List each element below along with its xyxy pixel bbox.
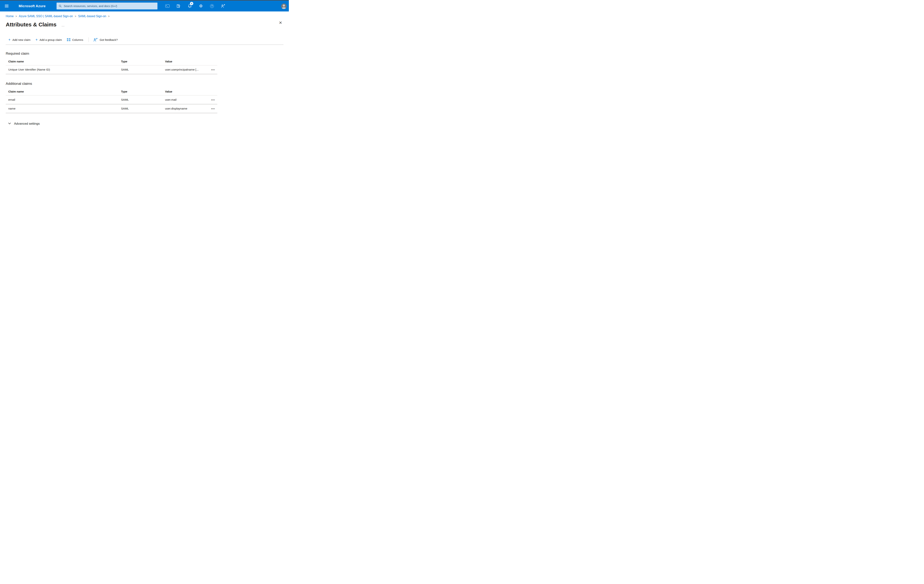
topbar: Microsoft Azure >_ 6 <box>0 0 289 12</box>
claim-value-cell: user.userprincipalname [... <box>165 68 209 71</box>
page-title: Attributes & Claims <box>6 21 56 28</box>
row-menu-button[interactable]: ••• <box>211 107 216 111</box>
column-header-claim-name: Claim name <box>8 60 121 63</box>
claim-type-cell: SAML <box>121 68 165 71</box>
person-feedback-icon <box>93 38 98 42</box>
help-button[interactable]: ? <box>208 0 216 12</box>
plus-icon: + <box>8 38 10 41</box>
breadcrumb-home[interactable]: Home <box>6 15 14 18</box>
azure-portal-page: Microsoft Azure >_ 6 <box>0 0 289 146</box>
notifications-button[interactable]: 6 <box>186 0 193 12</box>
required-claim-heading: Required claim <box>6 51 283 56</box>
got-feedback-button[interactable]: Got feedback? <box>93 38 118 42</box>
feedback-button[interactable] <box>219 0 227 12</box>
terminal-icon: >_ <box>165 5 170 8</box>
breadcrumb-separator: > <box>15 15 17 18</box>
blade-content: Home > Azure SAML SSO | SAML-based Sign-… <box>0 12 289 126</box>
additional-claims-table: Claim name Type Value email SAML user.ma… <box>6 87 217 113</box>
add-group-claim-button[interactable]: + Add a group claim <box>35 38 62 41</box>
avatar-body <box>282 7 286 9</box>
title-overflow-button[interactable]: … <box>61 24 65 27</box>
column-header-claim-name: Claim name <box>8 90 121 93</box>
cloud-shell-button[interactable]: >_ <box>164 0 171 12</box>
avatar[interactable] <box>281 3 287 9</box>
claim-value-cell: user.mail <box>165 98 209 101</box>
column-header-type: Type <box>121 90 165 93</box>
notification-badge: 6 <box>190 2 193 5</box>
got-feedback-label: Got feedback? <box>100 38 118 41</box>
columns-button[interactable]: Columns <box>67 38 83 41</box>
filter-icon <box>177 4 181 8</box>
row-menu-button[interactable]: ••• <box>211 68 216 72</box>
global-search[interactable] <box>56 3 157 10</box>
brand-title: Microsoft Azure <box>19 0 46 12</box>
table-row[interactable]: name SAML user.displayname ••• <box>6 104 217 113</box>
columns-icon <box>67 38 70 41</box>
breadcrumb-app-sso[interactable]: Azure SAML SSO | SAML-based Sign-on <box>19 15 73 18</box>
row-menu-button[interactable]: ••• <box>211 98 216 102</box>
add-group-claim-label: Add a group claim <box>40 38 62 41</box>
claim-value-cell: user.displayname <box>165 107 209 110</box>
person-feedback-icon <box>221 4 225 8</box>
add-new-claim-label: Add new claim <box>12 38 30 41</box>
directory-filter-button[interactable] <box>175 0 182 12</box>
claim-type-cell: SAML <box>121 107 165 110</box>
claim-type-cell: SAML <box>121 98 165 101</box>
settings-button[interactable]: ⚙ <box>197 0 205 12</box>
add-new-claim-button[interactable]: + Add new claim <box>8 38 30 41</box>
columns-label: Columns <box>72 38 83 41</box>
toolbar-separator <box>6 44 284 45</box>
command-bar: + Add new claim + Add a group claim Colu… <box>6 37 283 42</box>
hamburger-icon <box>5 5 9 5</box>
avatar-head <box>283 5 285 7</box>
required-claim-section: Required claim Claim name Type Value Uni… <box>6 51 283 74</box>
breadcrumb-separator: > <box>108 15 110 18</box>
column-header-value: Value <box>165 60 209 63</box>
claim-name-cell: email <box>8 98 121 101</box>
column-header-value: Value <box>165 90 209 93</box>
claim-name-cell: name <box>8 107 121 110</box>
breadcrumb: Home > Azure SAML SSO | SAML-based Sign-… <box>6 15 283 18</box>
table-row[interactable]: Unique User Identifier (Name ID) SAML us… <box>6 66 217 74</box>
title-row: Attributes & Claims … × <box>6 20 283 29</box>
table-row[interactable]: email SAML user.mail ••• <box>6 95 217 104</box>
gear-icon: ⚙ <box>199 4 203 8</box>
table-header-row: Claim name Type Value <box>6 57 217 66</box>
plus-icon: + <box>35 38 38 41</box>
breadcrumb-saml-signon[interactable]: SAML-based Sign-on <box>78 15 106 18</box>
additional-claims-heading: Additional claims <box>6 82 283 86</box>
menu-button[interactable] <box>4 0 10 12</box>
claim-name-cell: Unique User Identifier (Name ID) <box>8 68 121 71</box>
additional-claims-section: Additional claims Claim name Type Value … <box>6 82 283 113</box>
search-input[interactable] <box>63 4 156 8</box>
chevron-down-icon <box>8 122 11 124</box>
column-header-type: Type <box>121 60 165 63</box>
table-header-row: Claim name Type Value <box>6 87 217 95</box>
required-claim-table: Claim name Type Value Unique User Identi… <box>6 57 217 74</box>
magnifier-icon <box>59 5 62 8</box>
question-icon: ? <box>210 4 214 8</box>
advanced-settings-toggle[interactable]: Advanced settings <box>6 122 40 126</box>
advanced-settings-label: Advanced settings <box>14 122 40 126</box>
close-button[interactable]: × <box>279 20 282 25</box>
breadcrumb-separator: > <box>75 15 76 18</box>
